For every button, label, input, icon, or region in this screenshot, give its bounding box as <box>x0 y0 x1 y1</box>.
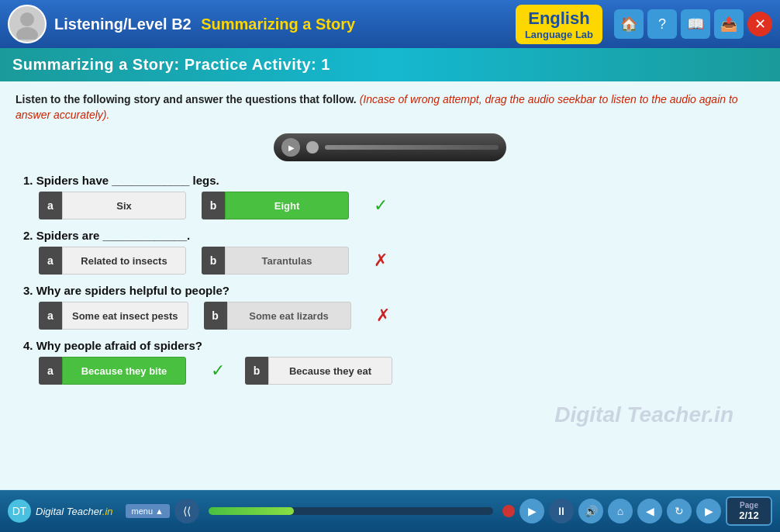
question-1: 1. Spiders have ____________ legs. a Six… <box>16 174 764 219</box>
subheader-title: Summarizing a Story: Practice Activity: … <box>12 56 330 73</box>
question-1-option-a[interactable]: a Six <box>39 192 186 219</box>
option-a-text: Some eat insect pests <box>62 302 188 330</box>
option-b-text: Because they eat <box>268 357 392 385</box>
audio-player[interactable] <box>274 133 506 161</box>
instruction: Listen to the following story and answer… <box>16 92 764 123</box>
seek-handle[interactable] <box>306 141 319 154</box>
option-b-text: Eight <box>225 192 349 219</box>
questions-area: 1. Spiders have ____________ legs. a Six… <box>16 174 764 385</box>
header: Listening/Level B2 Summarizing a Story E… <box>0 0 780 48</box>
question-3-options: a Some eat insect pests b Some eat lizar… <box>39 302 764 330</box>
footer-logo-suffix: .in <box>102 506 113 517</box>
question-1-text: 1. Spiders have ____________ legs. <box>23 174 764 187</box>
play-button[interactable] <box>281 138 300 157</box>
prev-section-button[interactable]: ⟨⟨ <box>174 499 199 523</box>
option-a-letter: a <box>39 302 62 330</box>
share-button[interactable]: 📤 <box>714 9 744 39</box>
result-4a-icon: ✓ <box>206 359 230 382</box>
subheader: Summarizing a Story: Practice Activity: … <box>0 48 780 81</box>
option-b-text: Tarantulas <box>225 247 349 275</box>
app-subtitle: Language Lab <box>525 29 593 40</box>
option-b-letter: b <box>202 192 225 219</box>
question-4-option-a[interactable]: a Because they bite <box>39 357 186 385</box>
svg-point-1 <box>16 27 38 40</box>
header-subtitle: Summarizing a Story <box>201 16 355 33</box>
page-number: 2/12 <box>735 510 763 521</box>
footer: DT Digital Teacher.in menu ▲ ⟨⟨ ▶ ⏸ 🔊 ⌂ … <box>0 490 780 532</box>
refresh-button[interactable]: ↻ <box>667 499 692 523</box>
option-b-letter: b <box>204 302 227 330</box>
question-4-options: a Because they bite ✓ b Because they eat <box>39 357 764 385</box>
help-button[interactable]: ? <box>647 9 677 39</box>
option-a-text: Related to insects <box>62 247 186 275</box>
result-3-icon: ✗ <box>371 304 395 327</box>
question-2-text: 2. Spiders are _____________. <box>23 229 764 242</box>
page-label: Page <box>735 501 763 510</box>
option-b-letter: b <box>202 247 225 275</box>
close-button[interactable]: ✕ <box>747 12 772 36</box>
question-3-option-b[interactable]: b Some eat lizards <box>204 302 351 330</box>
app-title-box: English Language Lab <box>516 5 602 44</box>
question-4-text: 4. Why people afraid of spiders? <box>23 339 764 352</box>
header-controls: English Language Lab 🏠 ? 📖 📤 ✕ <box>516 5 772 44</box>
prev-button[interactable]: ◀ <box>637 499 662 523</box>
footer-progress-bar[interactable] <box>209 507 493 515</box>
app-name: English <box>525 9 593 29</box>
result-2-icon: ✗ <box>369 249 392 272</box>
avatar <box>8 5 47 43</box>
question-1-options: a Six b Eight ✓ <box>39 192 764 219</box>
svg-point-0 <box>20 12 34 26</box>
page-badge: Page 2/12 <box>726 496 772 526</box>
header-title: Listening/Level B2 <box>54 16 192 33</box>
home-footer-button[interactable]: ⌂ <box>608 499 633 523</box>
footer-logo-text: Digital Teacher.in <box>36 506 113 517</box>
option-a-letter: a <box>39 357 62 385</box>
footer-logo-icon: DT <box>8 499 31 523</box>
menu-button[interactable]: menu ▲ <box>126 504 170 518</box>
option-a-text: Six <box>62 192 186 219</box>
question-2-option-b[interactable]: b Tarantulas <box>202 247 349 275</box>
instruction-main: Listen to the following story and answer… <box>16 93 357 105</box>
footer-end-marker[interactable] <box>502 505 515 517</box>
result-1-icon: ✓ <box>369 194 392 217</box>
question-1-option-b[interactable]: b Eight <box>202 192 349 219</box>
pause-button[interactable]: ⏸ <box>549 499 574 523</box>
play-footer-button[interactable]: ▶ <box>519 499 544 523</box>
seek-bar[interactable] <box>325 145 499 150</box>
home-button[interactable]: 🏠 <box>614 9 644 39</box>
main-content: Listen to the following story and answer… <box>0 81 780 489</box>
option-a-text: Because they bite <box>62 357 186 385</box>
option-a-letter: a <box>39 192 62 219</box>
footer-progress-fill <box>209 507 294 515</box>
footer-logo: DT Digital Teacher.in <box>8 499 113 523</box>
question-4-option-b[interactable]: b Because they eat <box>245 357 392 385</box>
book-button[interactable]: 📖 <box>681 9 710 39</box>
question-2-option-a[interactable]: a Related to insects <box>39 247 186 275</box>
option-b-letter: b <box>245 357 268 385</box>
next-button[interactable]: ▶ <box>696 499 721 523</box>
header-title-block: Listening/Level B2 Summarizing a Story <box>54 16 516 33</box>
option-a-letter: a <box>39 247 62 275</box>
option-b-text: Some eat lizards <box>227 302 351 330</box>
question-3-option-a[interactable]: a Some eat insect pests <box>39 302 188 330</box>
watermark: Digital Teacher.in <box>554 402 733 427</box>
question-3-text: 3. Why are spiders helpful to people? <box>23 284 764 297</box>
question-2-options: a Related to insects b Tarantulas ✗ <box>39 247 764 275</box>
volume-button[interactable]: 🔊 <box>578 499 603 523</box>
question-3: 3. Why are spiders helpful to people? a … <box>16 284 764 330</box>
question-2: 2. Spiders are _____________. a Related … <box>16 229 764 275</box>
question-4: 4. Why people afraid of spiders? a Becau… <box>16 339 764 385</box>
